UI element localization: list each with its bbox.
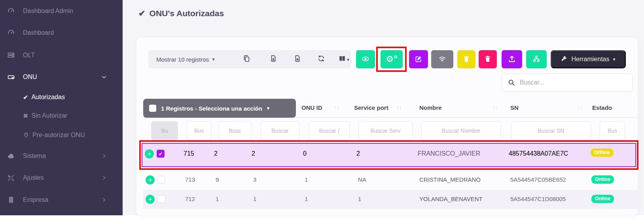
copy-icon — [242, 55, 250, 64]
show-records-dropdown[interactable]: Mostrar 10 registros ▾ — [156, 50, 214, 68]
filter-row — [143, 121, 638, 140]
cell-service-port: 2 — [356, 150, 360, 157]
refresh-button[interactable] — [313, 50, 329, 68]
expand-row-icon[interactable]: + — [146, 175, 155, 184]
sidebar-item-dashboard[interactable]: Dashboard — [0, 28, 123, 38]
sidebar-item-olt[interactable]: OLT — [0, 50, 123, 60]
sitemap-icon — [532, 55, 540, 64]
edit-icon — [415, 55, 422, 64]
sidebar-item-pre-autorizar-onu[interactable]: Pre-autorizar ONU — [0, 130, 123, 140]
toolbar-strip: Mostrar 10 registros ▾ ▾ — [148, 50, 351, 68]
upload-button[interactable] — [502, 50, 522, 68]
caret-down-icon: ▾ — [347, 57, 349, 62]
cell-nombre: YOLANDA_BENAVENT — [419, 196, 483, 202]
sidebar-item-dashboard-admin[interactable]: Dashboard Admin — [0, 6, 123, 16]
delete-button-yellow[interactable] — [457, 50, 475, 68]
copy-button[interactable] — [239, 50, 254, 68]
expand-row-icon[interactable]: + — [146, 195, 155, 204]
column-header-nombre[interactable]: Nombre — [419, 104, 442, 111]
filter-input-nombre[interactable] — [421, 121, 501, 140]
cell-nombre: CRISTINA_MEDRANO — [419, 176, 481, 183]
file-icon — [294, 55, 301, 64]
search-input[interactable] — [520, 79, 627, 86]
bulk-action-label: Selecciona una acción — [199, 105, 262, 112]
view-button[interactable] — [356, 50, 375, 68]
selected-count: 1 Registros — [161, 105, 193, 112]
columns-icon — [338, 55, 346, 64]
sidebar-item-sin-autorizar[interactable]: ✖Sin Autorizar — [0, 111, 123, 121]
table-row[interactable]: + ✔ 715 2 2 0 2 FRANCISCO_JAVIER 4857544… — [142, 143, 636, 167]
gears-icon: ⚙⚙ — [386, 54, 398, 64]
herramientas-dropdown[interactable]: Herramientas ▾ — [551, 50, 626, 68]
export-excel-button[interactable] — [265, 50, 281, 68]
status-badge: Offline — [591, 149, 614, 157]
filter-input-col2[interactable] — [187, 121, 211, 140]
upload-icon — [508, 55, 516, 64]
check-icon: ✔ — [23, 94, 28, 101]
sidebar-item-sistema[interactable]: Sistema — [0, 151, 123, 161]
table-row[interactable]: + 713 9 3 1 NA CRISTINA_MEDRANO 5A544547… — [143, 171, 638, 190]
select-all-checkbox[interactable] — [149, 105, 156, 112]
status-badge: Online — [591, 195, 614, 203]
filter-input-col3[interactable] — [219, 121, 251, 140]
eye-icon — [362, 55, 369, 64]
sidebar-item-onu[interactable]: ONU — [0, 72, 123, 82]
gauge-icon — [6, 29, 16, 37]
sidebar-item-label: Dashboard Admin — [23, 8, 73, 15]
cell-service-port: 1 — [358, 196, 361, 202]
wifi-icon — [438, 55, 446, 64]
caret-down-icon: ▾ — [212, 56, 214, 62]
column-header-service-port[interactable]: Service port — [354, 104, 388, 111]
sidebar-item-autorizadas[interactable]: ✔Autorizadas — [0, 92, 123, 102]
sidebar-item-ajustes[interactable]: Ajustes — [0, 173, 123, 183]
filter-input-onu-id[interactable] — [309, 121, 350, 140]
annotation-box-selected-row: + ✔ 715 2 2 0 2 FRANCISCO_JAVIER 4857544… — [139, 140, 638, 170]
row-checkbox[interactable] — [157, 195, 165, 203]
cell-id: 713 — [185, 176, 195, 183]
config-button[interactable]: ⚙⚙ — [381, 50, 403, 68]
sidebar-item-label: Sin Autorizar — [31, 112, 67, 119]
cell-port: 3 — [253, 176, 256, 183]
wifi-button[interactable] — [431, 50, 453, 68]
sidebar-item-label: Empresa — [23, 196, 48, 203]
cell-onu-id: 1 — [305, 196, 308, 202]
filter-input-estado[interactable] — [600, 121, 625, 140]
expand-row-icon[interactable]: + — [145, 149, 154, 158]
sort-icon[interactable]: ↑↓ — [493, 105, 498, 110]
column-header-onu-id[interactable]: ONU ID — [301, 104, 322, 111]
search-box — [502, 73, 633, 92]
filter-input-expand — [151, 121, 178, 140]
sort-icon[interactable]: ↑↓ — [396, 105, 402, 110]
chevron-right-icon — [101, 197, 107, 203]
sidebar-item-label: Sistema — [23, 152, 46, 160]
cell-id: 712 — [185, 196, 195, 202]
filter-input-col4[interactable] — [261, 121, 299, 140]
server-icon — [6, 51, 16, 59]
column-header-estado[interactable]: Estado — [592, 104, 612, 111]
filter-input-service-port[interactable] — [358, 121, 413, 140]
cell-board: 1 — [216, 196, 219, 202]
sidebar: Dashboard Admin Dashboard OLT ONU ✔Autor… — [0, 0, 123, 215]
row-checkbox[interactable]: ✔ — [157, 150, 165, 158]
chevron-down-icon — [101, 74, 107, 80]
sidebar-item-label: OLT — [23, 52, 35, 59]
filter-input-sn[interactable] — [511, 121, 591, 140]
table-row[interactable]: + 712 1 1 1 1 YOLANDA_BENAVENT 5A544547C… — [143, 190, 638, 209]
sidebar-item-empresa[interactable]: Empresa — [0, 195, 123, 205]
delete-button-pink[interactable] — [479, 50, 497, 68]
column-header-sn[interactable]: SN — [510, 104, 519, 111]
sort-icon[interactable]: ↑↓ — [334, 105, 339, 110]
trash-icon — [462, 55, 470, 64]
sort-icon[interactable]: ↑↓ — [578, 105, 583, 110]
cell-sn: 5A544547C1D08005 — [510, 196, 566, 202]
row-checkbox[interactable] — [157, 176, 165, 184]
cell-nombre: FRANCISCO_JAVIER — [418, 150, 480, 157]
edit-button[interactable] — [409, 50, 428, 68]
network-button[interactable] — [526, 50, 547, 68]
tools-icon — [6, 174, 16, 182]
cell-board: 2 — [214, 150, 218, 157]
onu-table: ↓ ONU ID ↑↓ Service port ↑↓ Nombre ↑↓ SN… — [143, 99, 638, 215]
export-file-button[interactable] — [290, 50, 305, 68]
bulk-actions-dropdown[interactable]: 1 Registros - Selecciona una acción ▾ — [143, 99, 296, 118]
caret-down-icon: ▾ — [267, 105, 269, 111]
